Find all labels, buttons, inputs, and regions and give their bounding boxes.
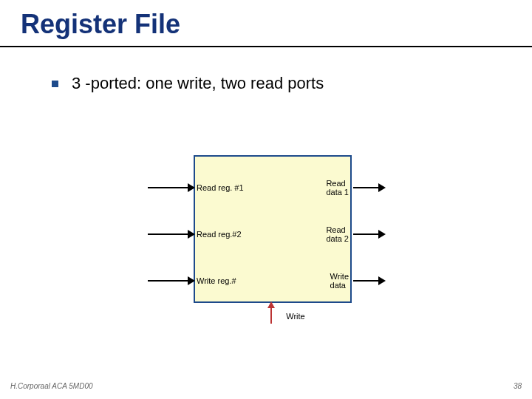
bullet-row: 3 -ported: one write, two read ports (52, 74, 324, 93)
arrow-out-2 (353, 233, 384, 235)
slide-title: Register File (21, 9, 180, 40)
arrow-in-2 (148, 233, 194, 235)
label-write-ctl: Write (259, 312, 332, 321)
footer-author: H.Corporaal ACA 5MD00 (10, 382, 93, 390)
title-rule (0, 46, 532, 47)
label-read-reg-1: Read reg. #1 (197, 183, 244, 192)
bullet-text: 3 -ported: one write, two read ports (72, 74, 324, 93)
port-row-1: Read reg. #1 Readdata 1 (148, 179, 384, 197)
slide: Register File 3 -ported: one write, two … (0, 0, 532, 399)
bullet-icon (52, 81, 58, 87)
port-row-2: Read reg.#2 Readdata 2 (148, 225, 384, 243)
label-read-data-1: Readdata 1 (326, 179, 349, 197)
arrow-in-write-data (353, 280, 384, 282)
port-row-3: Write reg.# Writedata (148, 272, 384, 290)
regfile-diagram: Read reg. #1 Readdata 1 Read reg.#2 Read… (148, 155, 384, 340)
label-write-reg: Write reg.# (197, 276, 236, 285)
label-write-data: Writedata (330, 272, 349, 290)
label-read-reg-2: Read reg.#2 (197, 230, 242, 239)
label-read-data-2: Readdata 2 (326, 225, 349, 243)
arrow-in-1 (148, 187, 194, 188)
arrow-in-3 (148, 280, 194, 282)
arrow-out-1 (353, 187, 384, 188)
footer-page-number: 38 (514, 382, 522, 390)
